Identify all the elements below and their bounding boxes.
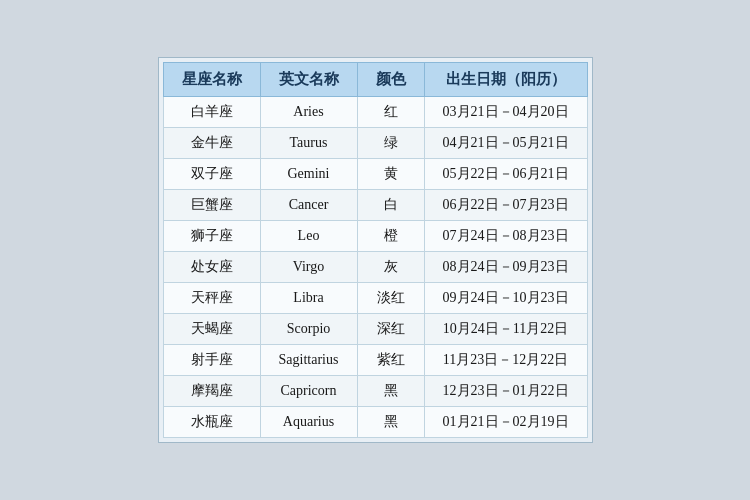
cell-dates: 06月22日－07月23日	[424, 190, 587, 221]
cell-english: Capricorn	[260, 376, 357, 407]
table-row: 金牛座Taurus绿04月21日－05月21日	[163, 128, 587, 159]
cell-english: Cancer	[260, 190, 357, 221]
table-row: 处女座Virgo灰08月24日－09月23日	[163, 252, 587, 283]
table-row: 巨蟹座Cancer白06月22日－07月23日	[163, 190, 587, 221]
cell-english: Libra	[260, 283, 357, 314]
cell-color: 橙	[357, 221, 424, 252]
cell-chinese: 射手座	[163, 345, 260, 376]
cell-color: 淡红	[357, 283, 424, 314]
table-row: 射手座Sagittarius紫红11月23日－12月22日	[163, 345, 587, 376]
table-header-row: 星座名称 英文名称 颜色 出生日期（阳历）	[163, 63, 587, 97]
zodiac-table: 星座名称 英文名称 颜色 出生日期（阳历） 白羊座Aries红03月21日－04…	[163, 62, 588, 438]
cell-chinese: 处女座	[163, 252, 260, 283]
cell-chinese: 金牛座	[163, 128, 260, 159]
cell-chinese: 双子座	[163, 159, 260, 190]
cell-dates: 12月23日－01月22日	[424, 376, 587, 407]
cell-dates: 08月24日－09月23日	[424, 252, 587, 283]
cell-chinese: 天蝎座	[163, 314, 260, 345]
cell-english: Virgo	[260, 252, 357, 283]
table-row: 白羊座Aries红03月21日－04月20日	[163, 97, 587, 128]
cell-color: 绿	[357, 128, 424, 159]
cell-chinese: 白羊座	[163, 97, 260, 128]
cell-color: 黑	[357, 376, 424, 407]
table-row: 双子座Gemini黄05月22日－06月21日	[163, 159, 587, 190]
cell-dates: 03月21日－04月20日	[424, 97, 587, 128]
cell-dates: 04月21日－05月21日	[424, 128, 587, 159]
cell-dates: 10月24日－11月22日	[424, 314, 587, 345]
cell-dates: 05月22日－06月21日	[424, 159, 587, 190]
cell-chinese: 摩羯座	[163, 376, 260, 407]
cell-english: Gemini	[260, 159, 357, 190]
cell-dates: 01月21日－02月19日	[424, 407, 587, 438]
cell-chinese: 狮子座	[163, 221, 260, 252]
cell-chinese: 天秤座	[163, 283, 260, 314]
cell-color: 白	[357, 190, 424, 221]
table-row: 摩羯座Capricorn黑12月23日－01月22日	[163, 376, 587, 407]
table-row: 天蝎座Scorpio深红10月24日－11月22日	[163, 314, 587, 345]
cell-color: 紫红	[357, 345, 424, 376]
cell-chinese: 水瓶座	[163, 407, 260, 438]
cell-color: 深红	[357, 314, 424, 345]
header-chinese-name: 星座名称	[163, 63, 260, 97]
cell-english: Aquarius	[260, 407, 357, 438]
cell-dates: 07月24日－08月23日	[424, 221, 587, 252]
cell-english: Scorpio	[260, 314, 357, 345]
cell-color: 灰	[357, 252, 424, 283]
header-dates: 出生日期（阳历）	[424, 63, 587, 97]
cell-english: Leo	[260, 221, 357, 252]
cell-color: 黄	[357, 159, 424, 190]
cell-dates: 09月24日－10月23日	[424, 283, 587, 314]
cell-chinese: 巨蟹座	[163, 190, 260, 221]
table-row: 天秤座Libra淡红09月24日－10月23日	[163, 283, 587, 314]
header-english-name: 英文名称	[260, 63, 357, 97]
cell-color: 红	[357, 97, 424, 128]
zodiac-table-wrapper: 星座名称 英文名称 颜色 出生日期（阳历） 白羊座Aries红03月21日－04…	[158, 57, 593, 443]
cell-english: Taurus	[260, 128, 357, 159]
table-row: 水瓶座Aquarius黑01月21日－02月19日	[163, 407, 587, 438]
cell-english: Aries	[260, 97, 357, 128]
header-color: 颜色	[357, 63, 424, 97]
cell-dates: 11月23日－12月22日	[424, 345, 587, 376]
cell-color: 黑	[357, 407, 424, 438]
table-row: 狮子座Leo橙07月24日－08月23日	[163, 221, 587, 252]
cell-english: Sagittarius	[260, 345, 357, 376]
